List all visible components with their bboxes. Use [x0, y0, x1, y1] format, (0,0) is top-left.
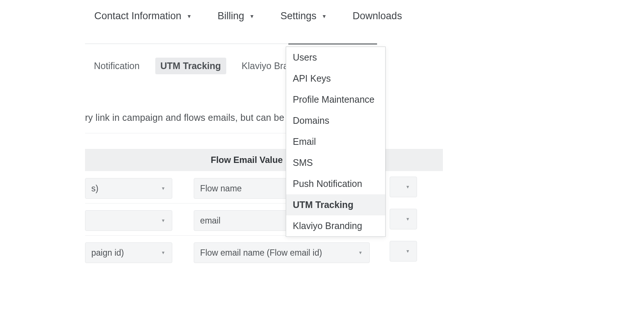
sub-tabs: Notification UTM Tracking Klaviyo Brandi… — [89, 58, 316, 74]
chevron-down-icon: ▼ — [358, 250, 363, 255]
chevron-down-icon: ▼ — [322, 13, 327, 19]
table-row: paign id) ▼ Flow email name (Flow email … — [85, 241, 370, 265]
flow-email-value-select[interactable]: Flow email name (Flow email id) ▼ — [194, 242, 370, 263]
select-text: Flow email name (Flow email id) — [200, 248, 322, 258]
column-header-flow-email-value: Flow Email Value — [211, 155, 283, 165]
dropdown-item-domains[interactable]: Domains — [286, 110, 385, 131]
select-text: s) — [91, 184, 98, 194]
chevron-down-icon: ▼ — [406, 184, 410, 190]
select-text: paign id) — [91, 248, 124, 258]
tab-notification[interactable]: Notification — [89, 58, 145, 74]
tab-label: Notification — [94, 61, 140, 71]
nav-label: Billing — [217, 10, 244, 22]
chevron-down-icon: ▼ — [187, 13, 192, 19]
nav-contact-information[interactable]: Contact Information ▼ — [94, 10, 191, 22]
chevron-down-icon: ▼ — [161, 250, 165, 255]
chevron-down-icon: ▼ — [406, 216, 410, 222]
tab-utm-tracking[interactable]: UTM Tracking — [155, 58, 226, 74]
nav-label: Downloads — [353, 10, 402, 22]
extra-select[interactable]: ▼ — [390, 209, 417, 229]
select-text: Flow name — [200, 184, 241, 194]
dropdown-item-klaviyo-branding[interactable]: Klaviyo Branding — [286, 215, 385, 236]
campaign-value-select[interactable]: ▼ — [85, 210, 172, 231]
dropdown-item-users[interactable]: Users — [286, 47, 385, 68]
nav-active-underline — [288, 43, 377, 45]
nav-billing[interactable]: Billing ▼ — [217, 10, 254, 22]
top-nav: Contact Information ▼ Billing ▼ Settings… — [94, 10, 402, 22]
select-text: email — [200, 216, 220, 226]
dropdown-item-email[interactable]: Email — [286, 131, 385, 152]
nav-label: Settings — [280, 10, 316, 22]
dropdown-item-api-keys[interactable]: API Keys — [286, 68, 385, 89]
campaign-value-select[interactable]: paign id) ▼ — [85, 242, 172, 263]
chevron-down-icon: ▼ — [161, 218, 165, 223]
campaign-value-select[interactable]: s) ▼ — [85, 178, 172, 199]
dropdown-item-push-notification[interactable]: Push Notification — [286, 173, 385, 194]
chevron-down-icon: ▼ — [406, 249, 410, 254]
extra-select[interactable]: ▼ — [390, 241, 417, 262]
dropdown-item-profile-maintenance[interactable]: Profile Maintenance — [286, 89, 385, 110]
dropdown-item-sms[interactable]: SMS — [286, 152, 385, 173]
nav-downloads[interactable]: Downloads — [353, 10, 402, 22]
extra-select[interactable]: ▼ — [390, 177, 417, 197]
chevron-down-icon: ▼ — [250, 13, 255, 19]
settings-dropdown: UsersAPI KeysProfile MaintenanceDomainsE… — [286, 47, 386, 237]
description-text: ry link in campaign and flows emails, bu… — [85, 112, 292, 123]
chevron-down-icon: ▼ — [161, 186, 165, 191]
tab-label: UTM Tracking — [160, 61, 221, 71]
table-header: Flow Email Value — [85, 149, 443, 171]
nav-label: Contact Information — [94, 10, 182, 22]
dropdown-item-utm-tracking[interactable]: UTM Tracking — [286, 194, 385, 215]
nav-settings[interactable]: Settings ▼ — [280, 10, 326, 22]
